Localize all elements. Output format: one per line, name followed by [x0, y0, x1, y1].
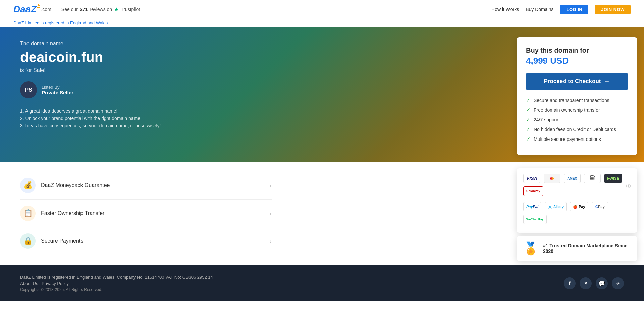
whatsapp-social-button[interactable]: 💬	[596, 277, 608, 289]
check-icon-1: ✓	[526, 97, 530, 103]
hero-point-1: 1. A great idea deserves a great domain …	[20, 108, 490, 114]
seller-name: Private Seller	[42, 90, 73, 95]
trust-count: 271	[80, 7, 88, 12]
wechat-payment-icon: WeChat Pay	[523, 215, 547, 224]
login-button[interactable]: LOG IN	[560, 5, 588, 14]
checkout-label: Proceed to Checkout	[544, 78, 601, 85]
payments-label: Secure Payments	[41, 238, 83, 244]
check-icon-2: ✓	[526, 107, 530, 113]
logo-com: .com	[41, 7, 51, 12]
logo-daaz: Daa	[13, 4, 31, 15]
buy-features-list: ✓ Secure and transparent transactions ✓ …	[526, 97, 628, 142]
feature-moneyback[interactable]: 💰 DaaZ Moneyback Guarantee ›	[20, 172, 272, 200]
main-content: 💰 DaaZ Moneyback Guarantee › 📋 Faster Ow…	[0, 162, 644, 265]
feature-label-3: 24/7 support	[534, 117, 560, 122]
header: Daa Z .com See our 271 reviews on ★ Trus…	[0, 0, 644, 19]
trust-platform: Trustpilot	[121, 7, 140, 12]
footer-social: f ✕ 💬 ✈	[564, 277, 624, 289]
check-icon-5: ✓	[526, 136, 530, 142]
award-icon: 🏅	[523, 241, 538, 256]
join-now-button[interactable]: JOIN NOW	[595, 5, 631, 14]
feature-support: ✓ 24/7 support	[526, 116, 628, 123]
wise-payment-icon: ▶WISE	[604, 174, 622, 183]
buy-price: 4,999 USD	[526, 56, 628, 66]
seller-listed-label: Listed By	[42, 85, 73, 90]
trustpilot-badge: See our 271 reviews on ★ Trustpilot	[61, 6, 140, 13]
alipay-payment-icon: 支 Alipay	[545, 202, 567, 211]
trust-text: See our	[61, 7, 78, 12]
unionpay-payment-icon: UnionPay	[523, 186, 543, 196]
trusted-section: 🏅 #1 Trusted Domain Marketplace Since 20…	[517, 236, 637, 261]
facebook-social-button[interactable]: f	[564, 277, 576, 289]
left-col: 💰 DaaZ Moneyback Guarantee › 📋 Faster Ow…	[0, 162, 510, 265]
check-icon-4: ✓	[526, 126, 530, 132]
applepay-payment-icon: 🍎 Pay	[570, 202, 588, 211]
about-us-link[interactable]: About Us	[20, 281, 38, 286]
buy-card: Buy this domain for 4,999 USD Proceed to…	[517, 37, 637, 155]
feature-label-4: No hidden fees on Credit or Debit cards	[534, 127, 616, 132]
feature-payments[interactable]: 🔒 Secure Payments ›	[20, 227, 272, 255]
footer-copyright: Copyrights © 2018-2025. All Rights Reser…	[20, 287, 213, 292]
logo-wifi-icon	[37, 4, 40, 8]
checkout-arrow-icon: →	[604, 78, 610, 85]
moneyback-icon: 💰	[20, 178, 36, 193]
seller-info: PS Listed By Private Seller	[20, 81, 490, 98]
trusted-text: #1 Trusted Domain Marketplace Since 2020	[543, 243, 631, 254]
payment-info-icon[interactable]: ⓘ	[626, 183, 631, 189]
footer: DaaZ Limited is registered in England an…	[0, 265, 644, 301]
facebook-icon: f	[569, 281, 571, 286]
payment-row-1: VISA ●● AMEX 🏛 ▶WISE UnionPay	[523, 174, 626, 196]
check-icon-3: ✓	[526, 116, 530, 123]
hero-points: 1. A great idea deserves a great domain …	[20, 108, 490, 128]
feature-transfer: ✓ Free domain ownership transfer	[526, 107, 628, 113]
nav-buy-domains[interactable]: Buy Domains	[526, 7, 553, 12]
privacy-policy-link[interactable]: Privacy Policy	[42, 281, 69, 286]
amex-payment-icon: AMEX	[564, 174, 581, 183]
ownership-label: Faster Ownership Transfer	[41, 210, 104, 216]
feature-secure: ✓ Secure and transparent transactions	[526, 97, 628, 103]
whatsapp-icon: 💬	[598, 280, 605, 287]
telegram-icon: ✈	[616, 281, 620, 286]
moneyback-label: DaaZ Moneyback Guarantee	[41, 182, 110, 188]
hero-left: The domain name deaicoin.fun is for Sale…	[0, 27, 510, 162]
logo-z: Z	[31, 4, 36, 15]
hero-point-3: 3. Ideas have consequences, so your doma…	[20, 123, 490, 128]
buy-card-wrapper: Buy this domain for 4,999 USD Proceed to…	[510, 27, 644, 162]
buy-title: Buy this domain for	[526, 47, 628, 54]
moneyback-arrow-icon: ›	[269, 182, 272, 189]
feature-left-payments: 🔒 Secure Payments	[20, 233, 83, 249]
payment-section: VISA ●● AMEX 🏛 ▶WISE UnionPay ⓘ PayPal 支…	[517, 168, 637, 233]
hero-subtitle: The domain name	[20, 41, 490, 47]
feature-left-moneyback: 💰 DaaZ Moneyback Guarantee	[20, 178, 110, 193]
visa-payment-icon: VISA	[523, 174, 540, 183]
footer-company-text: DaaZ Limited is registered in England an…	[20, 275, 213, 280]
feature-ownership[interactable]: 📋 Faster Ownership Transfer ›	[20, 200, 272, 227]
mastercard-payment-icon: ●●	[544, 174, 560, 183]
twitter-x-icon: ✕	[584, 281, 587, 286]
bank-payment-icon: 🏛	[584, 174, 601, 183]
checkout-button[interactable]: Proceed to Checkout →	[526, 73, 628, 90]
feature-label-5: Multiple secure payment options	[534, 136, 601, 142]
payments-arrow-icon: ›	[269, 237, 272, 245]
twitter-x-social-button[interactable]: ✕	[580, 277, 592, 289]
gpay-payment-icon: GPay	[592, 202, 608, 211]
trust-label: reviews on	[90, 7, 112, 12]
trustpilot-star-icon: ★	[114, 6, 119, 13]
hero-point-2: 2. Unlock your brand potential with the …	[20, 116, 490, 121]
logo: Daa Z .com	[13, 4, 51, 15]
nav-how-it-works[interactable]: How it Works	[491, 7, 519, 12]
seller-details: Listed By Private Seller	[42, 85, 73, 95]
registration-text: DaaZ Limited is registered in England an…	[13, 20, 109, 25]
footer-left: DaaZ Limited is registered in England an…	[20, 275, 213, 292]
hero-domain: deaicoin.fun	[20, 49, 490, 65]
footer-links: About Us | Privacy Policy	[20, 281, 213, 286]
right-col: VISA ●● AMEX 🏛 ▶WISE UnionPay ⓘ PayPal 支…	[510, 162, 644, 265]
feature-no-hidden-fees: ✓ No hidden fees on Credit or Debit card…	[526, 126, 628, 132]
feature-label-1: Secure and transparent transactions	[534, 98, 609, 103]
payment-row-2: PayPal 支 Alipay 🍎 Pay GPay WeChat Pay	[523, 202, 631, 224]
payments-icon: 🔒	[20, 233, 36, 249]
paypal-payment-icon: PayPal	[523, 202, 541, 211]
ownership-arrow-icon: ›	[269, 210, 272, 217]
registration-bar: DaaZ Limited is registered in England an…	[0, 19, 644, 27]
telegram-social-button[interactable]: ✈	[612, 277, 624, 289]
